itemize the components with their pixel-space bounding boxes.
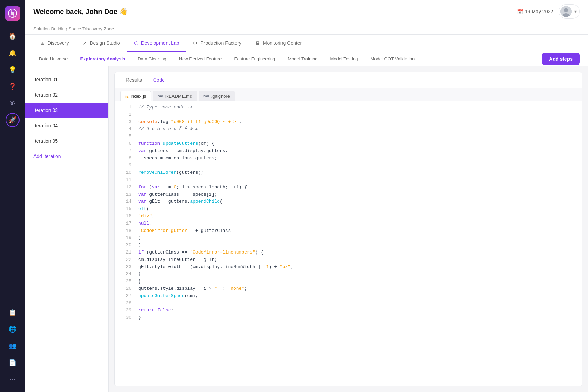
code-line: 19 ) (115, 234, 582, 242)
tab-design-studio[interactable]: ↗ Design Studio (76, 35, 127, 52)
iteration-item-01[interactable]: Iteration 01 (25, 72, 108, 87)
sidebar-eye[interactable]: 👁 (6, 96, 20, 110)
design-studio-icon: ↗ (83, 40, 87, 46)
code-line: 16 "div", (115, 213, 582, 220)
tab-discovery[interactable]: ⊞ Discovery (33, 35, 76, 52)
file-tabs: js index.js md README.md md .gitignore (115, 88, 582, 101)
code-line: 6function updateGutters(cm) { (115, 140, 582, 148)
app-logo[interactable] (5, 6, 20, 21)
code-line: 20 ); (115, 242, 582, 249)
add-iteration-link[interactable]: Add iteration (25, 149, 108, 164)
svg-rect-3 (13, 14, 14, 17)
sidebar-book[interactable]: 📋 (6, 306, 20, 319)
iteration-item-03[interactable]: Iteration 03 (25, 103, 108, 118)
tab-monitoring-center[interactable]: 🖥 Monitoring Center (248, 35, 309, 52)
file-tab-readme[interactable]: md README.md (153, 91, 197, 101)
date-text: 19 May 2022 (525, 9, 553, 14)
tab-development-lab[interactable]: ⬡ Development Lab (127, 35, 186, 52)
code-line: 12 for (var i = 0; i < specs.length; ++i… (115, 184, 582, 191)
code-panel: Results Code js index.js md README.md md (114, 72, 582, 386)
code-line: 10 removeChildren(gutters); (115, 169, 582, 176)
code-panel-tabs: Results Code (115, 72, 582, 88)
code-line: 15 elt( (115, 205, 582, 213)
add-steps-button[interactable]: Add steps (542, 53, 580, 65)
sidebar-bulb[interactable]: 💡 (6, 63, 20, 77)
code-line: 17 null, (115, 220, 582, 227)
user-menu[interactable]: ▾ (559, 4, 580, 19)
sub-tab-new-derived-feature[interactable]: New Derived Feature (173, 52, 227, 66)
code-line: 21 if (gutterClass == "CodeMirror-linenu… (115, 249, 582, 256)
sidebar-users[interactable]: 👥 (6, 339, 20, 353)
code-line: 29 return false; (115, 307, 582, 314)
code-line: 25 } (115, 278, 582, 285)
page-title: Welcome back, John Doe 👋 (33, 7, 128, 16)
sidebar-help[interactable]: ❓ (6, 80, 20, 93)
sub-tabs-bar: Data Universe Exploratory Analysis Data … (25, 52, 588, 66)
js-icon: js (125, 94, 129, 98)
git-icon: md (203, 94, 209, 98)
header-right: 📅 19 May 2022 ▾ (517, 4, 580, 19)
code-line: 11 (115, 176, 582, 184)
breadcrumb: Solution Building Space/Discovery Zone (25, 23, 588, 35)
header: Welcome back, John Doe 👋 📅 19 May 2022 ▾ (25, 0, 588, 23)
nav-tabs: ⊞ Discovery ↗ Design Studio ⬡ Developmen… (25, 35, 588, 52)
file-tab-gitignore[interactable]: md .gitignore (199, 91, 235, 101)
iteration-item-02[interactable]: Iteration 02 (25, 87, 108, 103)
sidebar-document[interactable]: 📄 (6, 356, 20, 370)
sub-tab-model-oot-validation[interactable]: Model OOT Validation (365, 52, 420, 66)
discovery-icon: ⊞ (40, 40, 45, 46)
svg-rect-2 (11, 10, 12, 13)
production-factory-icon: ⚙ (193, 40, 198, 46)
svg-point-5 (564, 8, 568, 12)
code-line: 8 __specs = cm.options.gutters; (115, 155, 582, 162)
code-line: 18 "CodeMirror-gutter " + gutterClass (115, 227, 582, 235)
code-line: 30} (115, 314, 582, 322)
development-lab-icon: ⬡ (134, 40, 138, 46)
panels: Iteration 01 Iteration 02 Iteration 03 I… (25, 66, 588, 392)
code-line: 3console.log "o008 iIll1 g9qCGQ ~-+=>"; (115, 119, 582, 126)
code-line: 22 cm.display.lineGutter = gElt; (115, 256, 582, 264)
sub-tab-model-training[interactable]: Model Training (282, 52, 323, 66)
sub-tab-feature-engineering[interactable]: Feature Engineering (229, 52, 281, 66)
iteration-item-04[interactable]: Iteration 04 (25, 118, 108, 133)
code-line: 28 (115, 300, 582, 307)
monitoring-center-icon: 🖥 (255, 40, 260, 46)
workspace: Data Universe Exploratory Analysis Data … (25, 52, 588, 392)
code-panel-tab-results[interactable]: Results (120, 72, 148, 88)
code-line: 24 } (115, 271, 582, 278)
code-line: 27 updateGutterSpace(cm); (115, 293, 582, 300)
tab-production-factory[interactable]: ⚙ Production Factory (186, 35, 248, 52)
code-panel-tab-code[interactable]: Code (148, 72, 170, 88)
code-line: 7 var gutters = cm.display.gutters, (115, 148, 582, 155)
sub-tab-data-cleaning[interactable]: Data Cleaning (132, 52, 172, 66)
iteration-item-05[interactable]: Iteration 05 (25, 133, 108, 149)
main-area: Welcome back, John Doe 👋 📅 19 May 2022 ▾… (25, 0, 588, 392)
sidebar-globe[interactable]: 🌐 (6, 322, 20, 336)
sub-tab-exploratory-analysis[interactable]: Exploratory Analysis (75, 52, 131, 66)
code-line: 23 gElt.style.width = (cm.display.lineNu… (115, 264, 582, 271)
file-tab-index-js[interactable]: js index.js (120, 91, 151, 101)
code-line: 14 var gElt = gutters.appendChild( (115, 198, 582, 205)
sidebar-more[interactable]: ⋯ (6, 372, 20, 386)
sidebar-home[interactable]: 🏠 (6, 29, 20, 43)
iteration-panel: Iteration 01 Iteration 02 Iteration 03 I… (25, 66, 109, 392)
sidebar-rocket[interactable]: 🚀 (6, 113, 20, 127)
code-line: 13 var gutterClass = __specs[i]; (115, 191, 582, 198)
calendar-icon: 📅 (517, 9, 523, 14)
code-line: 5 (115, 133, 582, 140)
code-line: 9 (115, 162, 582, 169)
sub-tab-data-universe[interactable]: Data Universe (33, 52, 73, 66)
code-editor[interactable]: 1// Type some code -> 2 3console.log "o0… (115, 101, 582, 386)
code-line: 26 gutters.style.display = i ? "" : "non… (115, 285, 582, 293)
avatar (560, 6, 572, 17)
sidebar-bell[interactable]: 🔔 (6, 46, 20, 60)
sidebar: 🏠 🔔 💡 ❓ 👁 🚀 📋 🌐 👥 📄 ⋯ (0, 0, 25, 392)
md-icon: md (157, 94, 163, 98)
code-line: 1// Type some code -> (115, 104, 582, 111)
date-badge: 📅 19 May 2022 (517, 9, 553, 14)
sub-tab-model-testing[interactable]: Model Testing (325, 52, 364, 66)
code-line: 2 (115, 111, 582, 119)
chevron-down-icon: ▾ (574, 9, 577, 14)
code-line: 4// â ê ù ñ ø ç Ã Ê Æ æ (115, 126, 582, 133)
